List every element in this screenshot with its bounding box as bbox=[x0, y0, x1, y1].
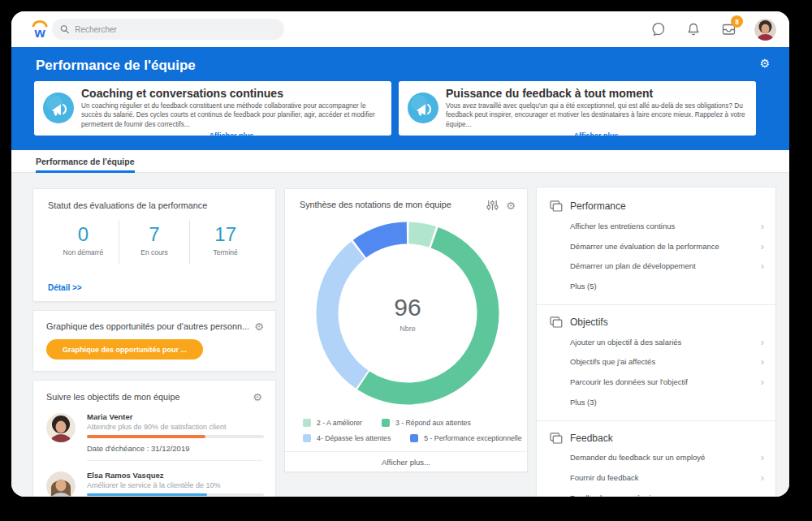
employee-name[interactable]: Elsa Ramos Vasquez bbox=[87, 471, 262, 480]
tab-bar: Performance de l'équipe bbox=[11, 150, 789, 173]
action-item[interactable]: Parcourir les données sur l'objectif › bbox=[537, 372, 775, 392]
avatar[interactable] bbox=[46, 471, 76, 497]
progress-bar bbox=[87, 493, 264, 497]
goal-row-maria: Maria Venter Atteindre plus de 90% de sa… bbox=[46, 403, 262, 461]
workday-logo-icon[interactable]: w bbox=[29, 19, 50, 40]
legend-item: 4- Dépasse les attentes bbox=[303, 434, 391, 442]
inbox-button[interactable]: 8 bbox=[719, 20, 737, 38]
legend-label: 2 - A améliorer bbox=[317, 419, 362, 427]
action-item[interactable]: Démarrer une évaluation de la performanc… bbox=[537, 236, 775, 256]
action-label: Fournir du feedback bbox=[570, 473, 639, 482]
chevron-right-icon: › bbox=[761, 377, 764, 387]
action-item[interactable]: Demander du feedback sur un employé › bbox=[537, 448, 775, 468]
bell-icon bbox=[686, 22, 701, 37]
legend-item: 5 - Performance exceptionnelle bbox=[410, 434, 521, 442]
search-bar[interactable] bbox=[52, 19, 284, 40]
employee-goal: Atteindre plus de 90% de satisfaction cl… bbox=[87, 423, 262, 431]
actions-panel: Performance Afficher les entretiens cont… bbox=[536, 187, 776, 497]
card-settings-gear-icon[interactable]: ⚙ bbox=[253, 392, 262, 403]
goal-row-elsa: Elsa Ramos Vasquez Améliorer le service … bbox=[46, 461, 262, 497]
action-item[interactable]: Afficher les entretiens continus › bbox=[537, 216, 775, 236]
card-settings-gear-icon[interactable]: ⚙ bbox=[506, 200, 516, 211]
stat-value: 7 bbox=[119, 223, 190, 246]
card-stack-icon bbox=[550, 433, 563, 444]
dashboard-content: Statut des évaluations de la performance… bbox=[11, 173, 789, 497]
legend-label: 5 - Performance exceptionnelle bbox=[424, 434, 521, 442]
announcement-title: Puissance du feedback à tout moment bbox=[446, 87, 746, 100]
action-item[interactable]: Ajouter un objectif à des salariés › bbox=[537, 332, 775, 352]
megaphone-icon bbox=[407, 92, 439, 124]
show-more-link[interactable]: Afficher plus... bbox=[285, 451, 527, 472]
progress-fill bbox=[87, 435, 205, 438]
profile-avatar[interactable] bbox=[754, 19, 776, 41]
opportunity-graph-button[interactable]: Graphique des opportunités pour ... bbox=[46, 339, 203, 360]
stat-label: Terminé bbox=[190, 248, 261, 256]
action-item-more[interactable]: Plus (3) bbox=[537, 392, 775, 412]
section-title: Objectifs bbox=[570, 316, 608, 328]
employee-name[interactable]: Maria Venter bbox=[87, 412, 262, 421]
chevron-right-icon: › bbox=[761, 260, 764, 271]
progress-fill bbox=[87, 493, 207, 497]
topbar-icons: 8 bbox=[650, 11, 776, 47]
chevron-right-icon: › bbox=[761, 452, 764, 463]
action-label: Démarrer une évaluation de la performanc… bbox=[570, 242, 719, 251]
action-label: Plus (3) bbox=[570, 398, 597, 407]
stat-label: Non démarré bbox=[48, 248, 119, 256]
action-label: Objectifs que j'ai affectés bbox=[570, 357, 655, 366]
section-performance: Performance Afficher les entretiens cont… bbox=[537, 191, 775, 303]
due-date: Date d'échéance : 31/12/2019 bbox=[87, 444, 262, 453]
chevron-right-icon: › bbox=[761, 493, 764, 497]
card-title: Synthèse des notations de mon équipe bbox=[300, 200, 451, 209]
megaphone-icon bbox=[42, 92, 75, 124]
show-more-link[interactable]: Afficher plus bbox=[81, 131, 382, 140]
card-stack-icon bbox=[550, 200, 563, 212]
announcement-body: Un coaching régulier et du feedback cons… bbox=[81, 101, 382, 129]
legend-label: 4- Dépasse les attentes bbox=[317, 434, 391, 442]
legend-swatch bbox=[303, 419, 311, 427]
card-stack-icon bbox=[550, 316, 563, 328]
search-icon bbox=[60, 24, 69, 34]
action-label: Parcourir les données sur l'objectif bbox=[570, 377, 688, 386]
chevron-right-icon: › bbox=[761, 356, 764, 367]
section-feedback: Feedback Demander du feedback sur un emp… bbox=[537, 423, 775, 497]
announcement-card-coaching[interactable]: Coaching et conversations continues Un c… bbox=[34, 81, 391, 136]
ratings-summary-card: Synthèse des notations de mon équipe ⚙ bbox=[284, 188, 528, 472]
action-item-more[interactable]: Plus (5) bbox=[537, 276, 775, 296]
announcement-cards: Coaching et conversations continues Un c… bbox=[34, 81, 756, 136]
action-item[interactable]: Fournir du feedback › bbox=[537, 467, 775, 488]
page-settings-gear-icon[interactable]: ⚙ bbox=[759, 58, 770, 69]
chat-button[interactable] bbox=[650, 20, 667, 38]
action-label: Afficher les entretiens continus bbox=[570, 222, 675, 230]
tab-team-performance[interactable]: Performance de l'équipe bbox=[36, 150, 135, 173]
card-settings-gear-icon[interactable]: ⚙ bbox=[254, 321, 264, 332]
announcement-card-feedback[interactable]: Puissance du feedback à tout moment Vous… bbox=[399, 81, 756, 136]
action-item[interactable]: Feedback sur mon équipe › bbox=[537, 488, 775, 497]
top-bar: w bbox=[11, 11, 789, 47]
section-title: Performance bbox=[570, 200, 626, 212]
card-title: Statut des évaluations de la performance bbox=[48, 200, 261, 210]
announcement-body: Vous avez travaillé avec quelqu'un qui a… bbox=[446, 101, 746, 129]
detail-link[interactable]: Détail >> bbox=[48, 283, 82, 292]
legend-item: 2 - A améliorer bbox=[303, 419, 362, 427]
notifications-button[interactable] bbox=[685, 20, 702, 38]
search-input[interactable] bbox=[75, 25, 276, 34]
ratings-donut-chart[interactable]: 96 Nbre bbox=[310, 216, 505, 411]
show-more-link[interactable]: Afficher plus bbox=[446, 131, 746, 140]
section-objectives: Objectifs Ajouter un objectif à des sala… bbox=[537, 307, 775, 419]
section-title: Feedback bbox=[570, 433, 613, 444]
avatar[interactable] bbox=[46, 413, 76, 442]
svg-text:w: w bbox=[33, 25, 45, 40]
stat-label: En cours bbox=[119, 248, 190, 256]
divider bbox=[537, 304, 775, 305]
team-goals-card: Suivre les objectifs de mon équipe ⚙ Mar… bbox=[32, 380, 276, 497]
divider bbox=[537, 420, 775, 421]
review-status-card: Statut des évaluations de la performance… bbox=[32, 188, 276, 302]
progress-bar bbox=[87, 435, 264, 438]
action-item[interactable]: Objectifs que j'ai affectés › bbox=[537, 351, 775, 372]
action-item[interactable]: Démarrer un plan de développement › bbox=[537, 256, 775, 276]
filter-sliders-icon[interactable] bbox=[486, 200, 499, 211]
inbox-badge: 8 bbox=[731, 15, 743, 28]
stat-value: 0 bbox=[48, 223, 119, 246]
stat-in-progress: 7 En cours bbox=[119, 220, 190, 265]
legend-swatch bbox=[303, 434, 311, 442]
